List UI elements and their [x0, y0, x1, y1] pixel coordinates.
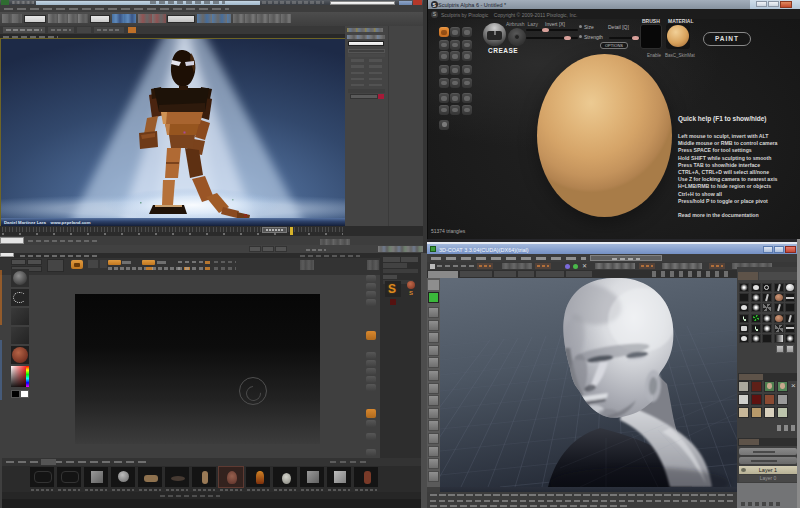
svg-text:Daniel Martinez Lara www.pe: Daniel Martinez Lara www.pepeland.com: [4, 220, 91, 225]
